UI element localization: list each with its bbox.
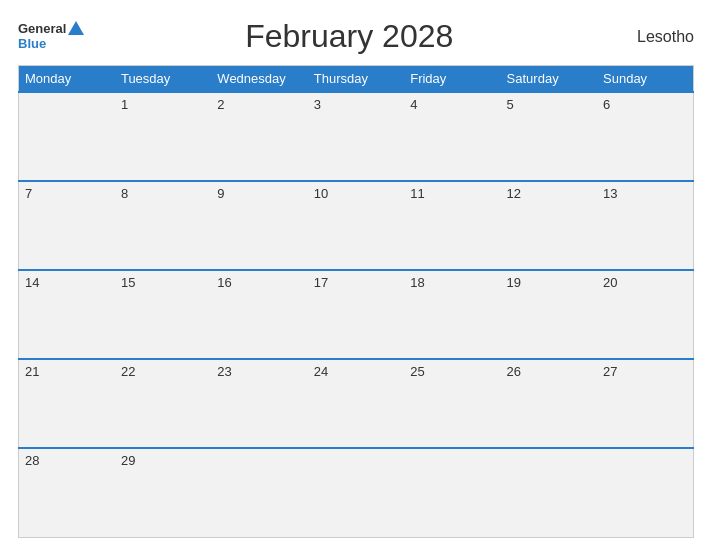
calendar-cell: 15 xyxy=(115,270,211,359)
day-number: 8 xyxy=(121,186,128,201)
day-number: 24 xyxy=(314,364,328,379)
calendar-week-row: 2829 xyxy=(19,448,694,537)
day-number: 25 xyxy=(410,364,424,379)
day-number: 12 xyxy=(507,186,521,201)
col-wednesday: Wednesday xyxy=(211,66,307,93)
calendar-cell: 21 xyxy=(19,359,115,448)
day-number: 17 xyxy=(314,275,328,290)
day-number: 23 xyxy=(217,364,231,379)
logo-block: General Blue xyxy=(18,21,84,51)
calendar-cell: 29 xyxy=(115,448,211,537)
calendar-cell: 18 xyxy=(404,270,500,359)
day-number: 6 xyxy=(603,97,610,112)
day-number: 15 xyxy=(121,275,135,290)
calendar-cell: 28 xyxy=(19,448,115,537)
calendar-header-row: Monday Tuesday Wednesday Thursday Friday… xyxy=(19,66,694,93)
calendar-cell: 17 xyxy=(308,270,404,359)
calendar-week-row: 14151617181920 xyxy=(19,270,694,359)
logo: General Blue xyxy=(18,21,84,51)
day-number: 5 xyxy=(507,97,514,112)
calendar-cell: 27 xyxy=(597,359,693,448)
calendar-cell: 23 xyxy=(211,359,307,448)
country-label: Lesotho xyxy=(614,28,694,46)
logo-general-text: General xyxy=(18,22,66,36)
day-number: 14 xyxy=(25,275,39,290)
day-number: 7 xyxy=(25,186,32,201)
day-number: 22 xyxy=(121,364,135,379)
calendar-cell: 12 xyxy=(501,181,597,270)
day-number: 27 xyxy=(603,364,617,379)
calendar-cell: 11 xyxy=(404,181,500,270)
day-number: 1 xyxy=(121,97,128,112)
day-number: 10 xyxy=(314,186,328,201)
col-thursday: Thursday xyxy=(308,66,404,93)
day-number: 18 xyxy=(410,275,424,290)
day-number: 3 xyxy=(314,97,321,112)
calendar-cell xyxy=(211,448,307,537)
calendar-cell xyxy=(308,448,404,537)
calendar-cell: 9 xyxy=(211,181,307,270)
day-number: 20 xyxy=(603,275,617,290)
calendar-cell xyxy=(597,448,693,537)
logo-blue-text: Blue xyxy=(18,37,46,51)
calendar-cell: 1 xyxy=(115,92,211,181)
day-number: 4 xyxy=(410,97,417,112)
calendar-week-row: 21222324252627 xyxy=(19,359,694,448)
calendar-cell xyxy=(19,92,115,181)
calendar-cell: 22 xyxy=(115,359,211,448)
day-number: 13 xyxy=(603,186,617,201)
col-tuesday: Tuesday xyxy=(115,66,211,93)
calendar-cell: 25 xyxy=(404,359,500,448)
day-number: 16 xyxy=(217,275,231,290)
calendar-cell: 16 xyxy=(211,270,307,359)
calendar-cell: 2 xyxy=(211,92,307,181)
calendar-week-row: 123456 xyxy=(19,92,694,181)
col-sunday: Sunday xyxy=(597,66,693,93)
col-friday: Friday xyxy=(404,66,500,93)
calendar-cell: 24 xyxy=(308,359,404,448)
calendar-cell: 20 xyxy=(597,270,693,359)
calendar-table: Monday Tuesday Wednesday Thursday Friday… xyxy=(18,65,694,538)
calendar-cell xyxy=(501,448,597,537)
day-number: 28 xyxy=(25,453,39,468)
day-number: 26 xyxy=(507,364,521,379)
calendar-cell: 10 xyxy=(308,181,404,270)
calendar-cell xyxy=(404,448,500,537)
col-monday: Monday xyxy=(19,66,115,93)
calendar-cell: 3 xyxy=(308,92,404,181)
calendar-cell: 5 xyxy=(501,92,597,181)
day-number: 2 xyxy=(217,97,224,112)
calendar-page: General Blue February 2028 Lesotho Monda… xyxy=(0,0,712,550)
logo-top-row: General xyxy=(18,21,84,37)
calendar-cell: 6 xyxy=(597,92,693,181)
page-title: February 2028 xyxy=(84,18,614,55)
day-number: 19 xyxy=(507,275,521,290)
calendar-cell: 19 xyxy=(501,270,597,359)
day-number: 21 xyxy=(25,364,39,379)
day-number: 29 xyxy=(121,453,135,468)
col-saturday: Saturday xyxy=(501,66,597,93)
header: General Blue February 2028 Lesotho xyxy=(18,18,694,55)
calendar-cell: 13 xyxy=(597,181,693,270)
calendar-cell: 4 xyxy=(404,92,500,181)
calendar-cell: 8 xyxy=(115,181,211,270)
calendar-week-row: 78910111213 xyxy=(19,181,694,270)
calendar-cell: 7 xyxy=(19,181,115,270)
calendar-cell: 14 xyxy=(19,270,115,359)
day-number: 9 xyxy=(217,186,224,201)
calendar-cell: 26 xyxy=(501,359,597,448)
day-number: 11 xyxy=(410,186,424,201)
logo-triangle-icon xyxy=(68,21,84,35)
